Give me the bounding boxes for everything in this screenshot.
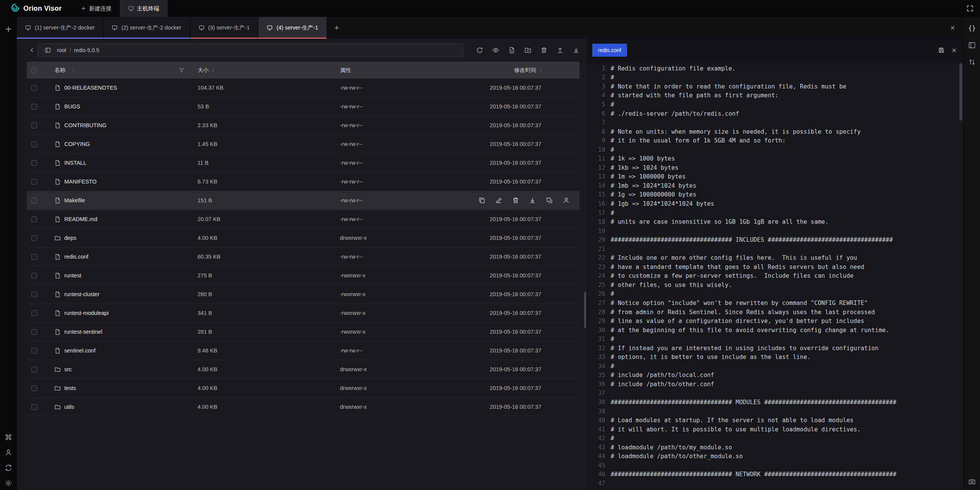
table-row[interactable]: utils4.00 KBdrwxrwxr-x2019-05-16 00:07:3… (27, 398, 580, 416)
layout-list-icon[interactable] (968, 41, 976, 49)
file-table-scrollbar[interactable] (584, 292, 586, 328)
download-button[interactable] (573, 47, 580, 54)
permission-icon[interactable] (563, 197, 570, 204)
row-name[interactable]: utils (44, 404, 195, 410)
copy-icon[interactable] (479, 197, 485, 204)
row-name[interactable]: CONTRIBUTING (44, 122, 195, 129)
row-name[interactable]: runtest-sentinel (44, 329, 195, 335)
sort-mtime-icon[interactable] (539, 67, 543, 73)
row-checkbox[interactable] (31, 254, 37, 260)
edit-icon[interactable] (495, 197, 502, 204)
delete-button[interactable] (541, 47, 547, 54)
table-row[interactable]: runtest-moduleapi341 B-rwxrwxr-x2019-05-… (27, 304, 580, 323)
row-name[interactable]: Makefile (44, 197, 195, 204)
plus-icon[interactable] (5, 25, 12, 33)
row-checkbox[interactable] (31, 216, 37, 222)
duplicate-icon[interactable] (546, 197, 553, 204)
table-row[interactable]: 00-RELEASENOTES104.37 KB-rw-rw-r--2019-0… (27, 79, 580, 97)
delete-icon[interactable] (512, 197, 519, 204)
row-checkbox[interactable] (31, 367, 37, 372)
terminal-tab[interactable]: (4) server-生产-1 (258, 17, 327, 39)
preview-button[interactable] (492, 47, 499, 54)
sort-size-icon[interactable] (211, 67, 215, 73)
table-row[interactable]: CONTRIBUTING2.33 KB-rw-rw-r--2019-05-16 … (27, 116, 580, 135)
table-row[interactable]: runtest275 B-rwxrwxr-x2019-05-16 00:07:3… (27, 266, 580, 285)
host-terminal-tab[interactable]: 主机终端 (120, 0, 168, 17)
row-name[interactable]: README.md (44, 216, 195, 223)
table-row[interactable]: redis.conf60.35 KB-rw-rw-r--2019-05-16 0… (27, 247, 580, 266)
row-checkbox[interactable] (31, 198, 37, 203)
column-name-label[interactable]: 名称 (54, 67, 65, 74)
column-mtime-label[interactable]: 修改时间 (514, 67, 536, 74)
row-name[interactable]: src (44, 366, 195, 373)
editor-scrollbar[interactable] (959, 63, 962, 121)
row-name[interactable]: runtest-cluster (44, 291, 195, 298)
table-row[interactable]: src4.00 KBdrwxrwxr-x2019-05-16 00:07:37 (27, 360, 580, 379)
row-checkbox[interactable] (31, 385, 37, 391)
row-name[interactable]: BUGS (44, 103, 195, 110)
row-checkbox[interactable] (31, 273, 37, 279)
breadcrumb-segment-root[interactable]: root (57, 47, 66, 53)
user-icon[interactable] (5, 449, 12, 456)
row-name[interactable]: tests (44, 385, 195, 392)
breadcrumb-segment-current[interactable]: redis-5.0.5 (74, 47, 99, 53)
row-name[interactable]: runtest (44, 272, 195, 279)
refresh-button[interactable] (476, 47, 483, 54)
close-panel-button[interactable] (942, 17, 963, 39)
terminal-tab[interactable]: (3) server-生产-1 (190, 17, 259, 39)
save-icon[interactable] (938, 47, 944, 53)
row-name[interactable]: sentinel.conf (44, 347, 195, 354)
row-checkbox[interactable] (31, 235, 37, 241)
table-row[interactable]: BUGS53 B-rw-rw-r--2019-05-16 00:07:37 (27, 97, 580, 116)
screenshot-icon[interactable] (968, 478, 976, 485)
braces-icon[interactable] (968, 25, 976, 32)
close-editor-icon[interactable] (951, 48, 957, 53)
row-checkbox[interactable] (31, 310, 37, 316)
create-folder-button[interactable] (524, 47, 531, 54)
row-name[interactable]: COPYING (44, 141, 195, 147)
table-row[interactable]: COPYING1.45 KB-rw-rw-r--2019-05-16 00:07… (27, 135, 580, 154)
row-name[interactable]: MANIFESTO (44, 179, 195, 185)
row-checkbox[interactable] (31, 104, 37, 110)
new-connection-button[interactable]: 新建连接 (72, 0, 120, 17)
download-icon[interactable] (529, 197, 536, 204)
table-row[interactable]: runtest-sentinel281 B-rwxrwxr-x2019-05-1… (27, 323, 580, 341)
list-view-button[interactable] (42, 45, 53, 56)
row-checkbox[interactable] (31, 179, 37, 185)
row-checkbox[interactable] (31, 329, 37, 335)
column-size-label[interactable]: 大小 (198, 67, 209, 74)
row-checkbox[interactable] (31, 141, 37, 147)
editor-file-tab[interactable]: redis.conf (592, 44, 627, 57)
sort-name-icon[interactable] (71, 67, 75, 73)
settings-icon[interactable] (5, 479, 12, 487)
row-name[interactable]: deps (44, 235, 195, 241)
table-row[interactable]: sentinel.conf9.48 KB-rw-rw-r--2019-05-16… (27, 341, 580, 360)
create-file-button[interactable] (508, 47, 515, 54)
row-name[interactable]: 00-RELEASENOTES (44, 85, 195, 91)
table-row[interactable]: deps4.00 KBdrwxrwxr-x2019-05-16 00:07:37 (27, 229, 580, 247)
row-checkbox[interactable] (31, 160, 37, 166)
table-row[interactable]: Makefile151 B-rw-rw-r-- (27, 191, 580, 210)
terminal-tab[interactable]: (2) server-生产-2 docker (103, 17, 190, 39)
terminal-tab[interactable]: (1) server-生产-2 docker (17, 17, 103, 39)
row-checkbox[interactable] (31, 123, 37, 128)
table-row[interactable]: MANIFESTO6.73 KB-rw-rw-r--2019-05-16 00:… (27, 172, 580, 191)
row-name[interactable]: runtest-moduleapi (44, 310, 195, 316)
row-checkbox[interactable] (31, 85, 37, 91)
table-row[interactable]: runtest-cluster280 B-rwxrwxr-x2019-05-16… (27, 285, 580, 304)
row-name[interactable]: INSTALL (44, 160, 195, 166)
upload-button[interactable] (557, 47, 564, 54)
code-editor[interactable]: 1# Redis configuration file example.2#3#… (588, 62, 963, 490)
row-checkbox[interactable] (31, 292, 37, 297)
command-icon[interactable] (5, 433, 12, 441)
back-button[interactable] (27, 45, 38, 56)
row-checkbox[interactable] (31, 404, 37, 410)
sort-icon[interactable] (968, 58, 976, 66)
fullscreen-button[interactable] (960, 0, 980, 17)
table-row[interactable]: README.md20.07 KB-rw-rw-r--2019-05-16 00… (27, 210, 580, 229)
select-all-checkbox[interactable] (31, 67, 37, 73)
sync-icon[interactable] (5, 464, 12, 472)
row-checkbox[interactable] (31, 348, 37, 354)
filter-icon[interactable] (179, 67, 185, 73)
new-terminal-tab-button[interactable] (327, 17, 346, 39)
